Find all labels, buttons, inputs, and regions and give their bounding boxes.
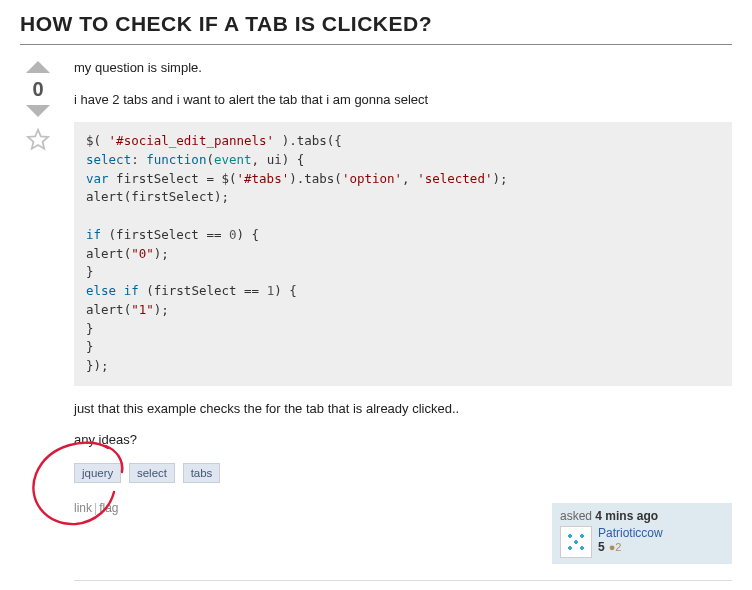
tag-jquery[interactable]: jquery bbox=[74, 463, 121, 483]
post-paragraph: just that this example checks the for th… bbox=[74, 400, 732, 418]
link-action[interactable]: link bbox=[74, 501, 92, 515]
username-link[interactable]: Patrioticcow bbox=[598, 526, 663, 540]
favorite-star-icon[interactable] bbox=[25, 127, 51, 153]
tag-tabs[interactable]: tabs bbox=[183, 463, 221, 483]
upvote-icon[interactable] bbox=[24, 59, 52, 75]
user-card: asked 4 mins ago Patrioticcow 5●2 bbox=[552, 503, 732, 564]
post-paragraph: any ideas? bbox=[74, 431, 732, 449]
flag-action[interactable]: flag bbox=[99, 501, 118, 515]
code-block: $( '#social_edit_pannels' ).tabs({ selec… bbox=[74, 122, 732, 386]
comments-section: so what's your question? It's a little u… bbox=[74, 580, 732, 590]
asked-time: asked 4 mins ago bbox=[560, 509, 724, 523]
tag-select[interactable]: select bbox=[129, 463, 175, 483]
separator: | bbox=[94, 501, 97, 515]
tag-list: jquery select tabs bbox=[74, 463, 732, 483]
reputation: 5 bbox=[598, 540, 605, 554]
question-title: HOW TO CHECK IF A TAB IS CLICKED? bbox=[20, 12, 732, 36]
post-paragraph: i have 2 tabs and i want to alert the ta… bbox=[74, 91, 732, 109]
svg-marker-1 bbox=[26, 105, 50, 117]
bronze-badge: ●2 bbox=[609, 541, 622, 553]
vote-count: 0 bbox=[32, 79, 43, 99]
post-paragraph: my question is simple. bbox=[74, 59, 732, 77]
title-divider bbox=[20, 44, 732, 45]
avatar[interactable] bbox=[560, 526, 592, 558]
svg-marker-0 bbox=[26, 61, 50, 73]
downvote-icon[interactable] bbox=[24, 103, 52, 119]
vote-column: 0 bbox=[20, 59, 56, 590]
